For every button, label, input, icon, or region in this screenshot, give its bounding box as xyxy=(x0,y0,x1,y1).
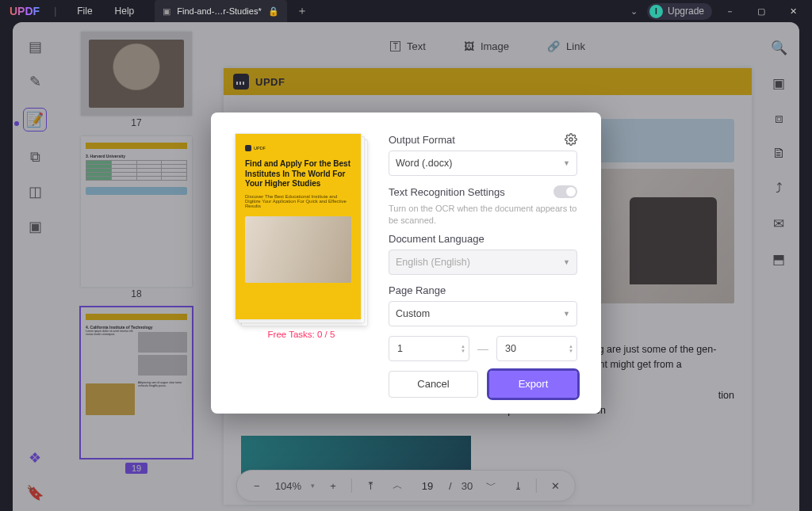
spin-down-icon[interactable]: ▼ xyxy=(569,349,573,353)
cancel-button[interactable]: Cancel xyxy=(389,371,478,398)
cover-h1: Find and Apply For the Best xyxy=(245,159,350,168)
cover-sub: Discover The Best Educational Institute … xyxy=(245,194,351,208)
svg-point-0 xyxy=(569,138,573,141)
lang-value: English (English) xyxy=(396,257,470,268)
export-label: Export xyxy=(519,378,549,390)
chevron-down-icon: ▼ xyxy=(563,159,570,167)
window-close[interactable]: ✕ xyxy=(779,2,807,21)
range-from-input[interactable]: 1 ▲▼ xyxy=(389,336,469,361)
range-select[interactable]: Custom ▼ xyxy=(389,301,577,326)
modal-preview: UPDF Find and Apply For the Best Institu… xyxy=(235,133,368,398)
modal-form: Output Format Word (.docx) ▼ Text Recogn… xyxy=(389,133,577,398)
lang-select: English (English) ▼ xyxy=(389,250,577,275)
chevron-down-icon: ▼ xyxy=(563,310,570,318)
range-label: Page Range xyxy=(389,284,446,296)
tab-doc-icon: ▣ xyxy=(163,6,170,17)
chevron-down-icon: ▼ xyxy=(563,258,570,266)
tab-title: Find-and-…r-Studies* xyxy=(177,6,261,16)
output-format-select[interactable]: Word (.docx) ▼ xyxy=(389,151,577,176)
range-from-value: 1 xyxy=(397,343,403,354)
ocr-hint: Turn on the OCR when the document appear… xyxy=(389,203,577,227)
window-maximize[interactable]: ▢ xyxy=(747,2,776,21)
range-value: Custom xyxy=(396,308,430,319)
cover-photo xyxy=(245,216,351,283)
range-dash: — xyxy=(477,342,488,355)
cover-h2: Institutes In The World For xyxy=(245,170,345,178)
lang-label: Document Language xyxy=(389,233,485,245)
ocr-label: Text Recognition Settings xyxy=(389,186,505,198)
cancel-label: Cancel xyxy=(417,378,449,390)
titlebar: UPDF | File Help ▣ Find-and-…r-Studies* … xyxy=(0,0,812,22)
range-to-input[interactable]: 30 ▲▼ xyxy=(496,336,577,361)
spin-down-icon[interactable]: ▼ xyxy=(461,349,465,353)
output-format-value: Word (.docx) xyxy=(396,158,452,169)
tabs-dropdown-icon[interactable]: ⌄ xyxy=(630,6,644,17)
lock-icon: 🔒 xyxy=(268,6,279,17)
app-logo: UPDF xyxy=(0,5,54,17)
menu-file[interactable]: File xyxy=(66,6,103,17)
logo-separator: | xyxy=(54,6,66,17)
export-button[interactable]: Export xyxy=(489,371,577,398)
free-tasks-label: Free Tasks: 0 / 5 xyxy=(235,330,368,339)
upgrade-button[interactable]: I Upgrade xyxy=(647,3,712,20)
document-tab[interactable]: ▣ Find-and-…r-Studies* 🔒 xyxy=(155,0,286,22)
new-tab-button[interactable]: ＋ xyxy=(287,4,317,18)
export-modal: UPDF Find and Apply For the Best Institu… xyxy=(211,112,601,414)
avatar: I xyxy=(649,5,663,18)
output-format-label: Output Format xyxy=(389,134,455,146)
upgrade-label: Upgrade xyxy=(668,6,704,17)
gear-icon[interactable] xyxy=(565,133,577,146)
window-minimize[interactable]: － xyxy=(715,2,744,21)
ocr-toggle[interactable] xyxy=(553,185,577,198)
menu-help[interactable]: Help xyxy=(104,6,146,17)
cover-brand: UPDF xyxy=(254,146,266,151)
range-to-value: 30 xyxy=(505,343,516,354)
cover-h3: Your Higher Studies xyxy=(245,179,320,188)
